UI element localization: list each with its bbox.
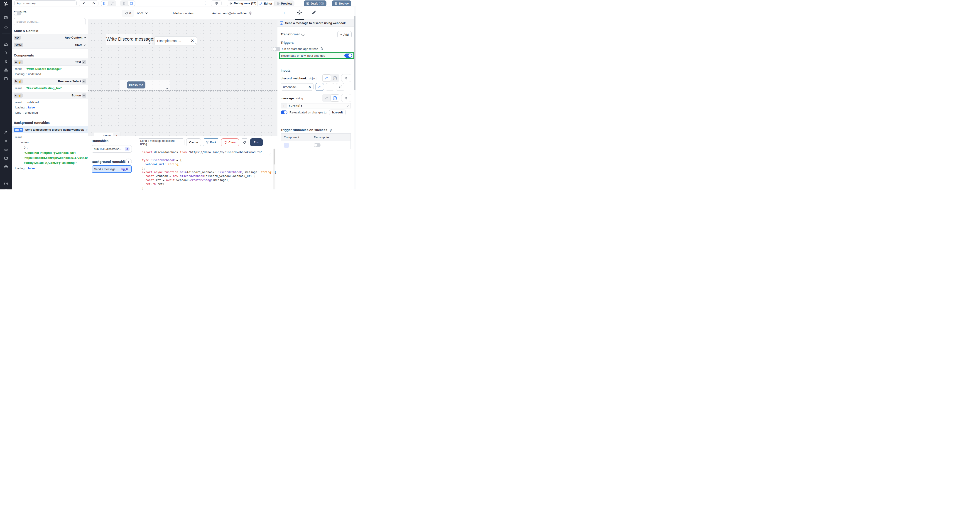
connect-plug-button[interactable]: [341, 94, 351, 102]
mobile-view-button[interactable]: [121, 1, 127, 6]
resize-handle[interactable]: [194, 43, 196, 44]
component-row-a[interactable]: a☝ Text: [12, 59, 88, 65]
collapse-button[interactable]: [82, 94, 86, 97]
info-icon[interactable]: i: [301, 33, 304, 36]
recompute-label: Recompute on any input changes: [281, 54, 325, 57]
bounded-layout-button[interactable]: [101, 1, 108, 6]
sidebar-schedules-icon[interactable]: [0, 77, 12, 82]
zoom-out-button[interactable]: −: [94, 133, 102, 136]
cache-button[interactable]: Cache: [186, 138, 201, 146]
tab-editor[interactable]: Editor: [258, 1, 274, 6]
tab-preview[interactable]: Preview: [275, 1, 294, 6]
collapse-button[interactable]: [82, 60, 86, 64]
eval-mode-button[interactable]: f: [331, 95, 339, 102]
reeval-target-badge[interactable]: b.result: [329, 110, 346, 115]
button-component-selection[interactable]: Press me: [119, 80, 170, 90]
sidebar-favorites-icon[interactable]: [0, 25, 12, 30]
app-canvas[interactable]: Write Discord message: Example resou... …: [88, 20, 277, 136]
docs-button[interactable]: [211, 0, 222, 6]
sidebar-resources-icon[interactable]: [0, 68, 12, 73]
sidebar-user-icon[interactable]: [0, 130, 12, 135]
reeval-toggle[interactable]: [281, 110, 288, 115]
search-outputs-input[interactable]: [14, 18, 86, 25]
tab-component-settings-icon[interactable]: [297, 10, 302, 16]
code-scrollbar[interactable]: [274, 149, 275, 189]
sidebar-variables-icon[interactable]: [0, 59, 12, 64]
resize-handle[interactable]: [167, 87, 168, 89]
sidebar-folders-icon[interactable]: [0, 156, 12, 161]
fullwidth-layout-button[interactable]: [109, 1, 116, 6]
output-row-ctx[interactable]: ctx App Context: [12, 34, 88, 41]
app-summary-input[interactable]: [14, 0, 77, 6]
zoom-in-button[interactable]: +: [113, 133, 120, 136]
background-runnable-row-bg0[interactable]: bg_0 Send a message to discord using web…: [12, 126, 88, 134]
sidebar-settings-icon[interactable]: [0, 139, 12, 144]
resource-picker[interactable]: u/henri/te... ✕: [281, 83, 313, 91]
undo-button[interactable]: ↶: [79, 1, 89, 6]
info-icon[interactable]: i: [320, 48, 323, 50]
right-panel-scrollbar[interactable]: [354, 7, 356, 189]
static-mode-button[interactable]: [323, 95, 331, 102]
add-background-runnable-button[interactable]: +: [125, 159, 132, 165]
edit-resource-button[interactable]: [315, 83, 324, 91]
kv-row: result:: [15, 135, 25, 139]
add-transformer-button[interactable]: + Add: [337, 31, 352, 38]
clear-selection-icon[interactable]: ✕: [191, 38, 194, 43]
sidebar-workers-icon[interactable]: [0, 148, 12, 153]
more-menu-icon[interactable]: ⋮: [204, 1, 207, 5]
script-summary-input[interactable]: Send a message to discord using: [138, 138, 185, 146]
code-line: type DiscordWebhook = {: [142, 158, 275, 162]
code-editor[interactable]: import discordwebhook from "https://deno…: [137, 148, 276, 189]
chevron-down-icon[interactable]: [83, 36, 86, 39]
sidebar-audit-icon[interactable]: [0, 165, 12, 170]
draft-button[interactable]: Draft ⌘S: [304, 0, 326, 6]
recompute-toggle[interactable]: [344, 54, 352, 57]
connect-plug-button[interactable]: [341, 74, 351, 82]
component-row-b[interactable]: b☝ Resource Select: [12, 78, 88, 85]
tab-insert-plus-icon[interactable]: +: [283, 10, 285, 16]
deploy-button[interactable]: Deploy: [332, 0, 351, 6]
refresh-resources-button[interactable]: [336, 83, 344, 91]
copy-code-icon[interactable]: [268, 153, 272, 156]
sidebar-home-icon[interactable]: [0, 42, 12, 47]
row-recompute-toggle[interactable]: [314, 143, 321, 147]
info-icon[interactable]: i: [329, 129, 332, 132]
run-on-start-toggle[interactable]: [273, 47, 280, 51]
eval-mode-button[interactable]: f: [331, 75, 339, 81]
info-icon[interactable]: i: [249, 11, 252, 14]
sidebar-help-icon[interactable]: [0, 181, 12, 187]
static-mode-button[interactable]: [323, 75, 331, 81]
run-mode-dropdown[interactable]: once: [137, 11, 148, 15]
fork-button[interactable]: Fork: [203, 138, 220, 146]
clear-button[interactable]: Clear: [221, 138, 239, 146]
resize-handle[interactable]: [149, 42, 150, 44]
windmill-logo[interactable]: [3, 1, 9, 7]
text-component-selection[interactable]: Write Discord message:: [106, 34, 151, 45]
reload-button[interactable]: [241, 138, 248, 146]
sidebar-collapse-icon[interactable]: [0, 188, 12, 189]
runnable-bg-item[interactable]: Send a message... bg_0: [92, 166, 132, 173]
sidebar-runs-icon[interactable]: [0, 51, 12, 56]
desktop-view-button[interactable]: [128, 1, 135, 6]
sidebar-apps-icon[interactable]: [0, 16, 12, 21]
press-me-button[interactable]: Press me: [127, 81, 145, 89]
debug-runs-button[interactable]: Debug runs (23): [227, 0, 259, 6]
edit-pencil-icon[interactable]: [86, 129, 88, 131]
code-line: const ret = await webhook.createMessage(…: [142, 178, 275, 182]
clear-resource-icon[interactable]: ✕: [308, 85, 311, 89]
collapse-button[interactable]: [82, 80, 86, 83]
resource-select-component[interactable]: Example resou... ✕: [154, 36, 197, 45]
chevron-down-icon: [145, 12, 148, 14]
runnable-item[interactable]: hub/1511/discord/se... c: [92, 145, 132, 153]
output-row-state[interactable]: state State: [12, 41, 88, 49]
message-expression-editor[interactable]: 1 b.result: [281, 103, 351, 108]
chevron-down-icon[interactable]: [83, 44, 86, 46]
component-row-c[interactable]: c☝ Button: [12, 92, 88, 99]
tab-styling-brush-icon[interactable]: [312, 10, 316, 16]
refresh-count-button[interactable]: 0: [122, 10, 134, 17]
expand-icon[interactable]: [347, 105, 350, 108]
hide-bar-toggle[interactable]: [14, 11, 21, 16]
redo-button[interactable]: ↷: [89, 1, 98, 6]
create-resource-button[interactable]: +: [326, 83, 334, 91]
run-button[interactable]: Run: [250, 138, 263, 146]
